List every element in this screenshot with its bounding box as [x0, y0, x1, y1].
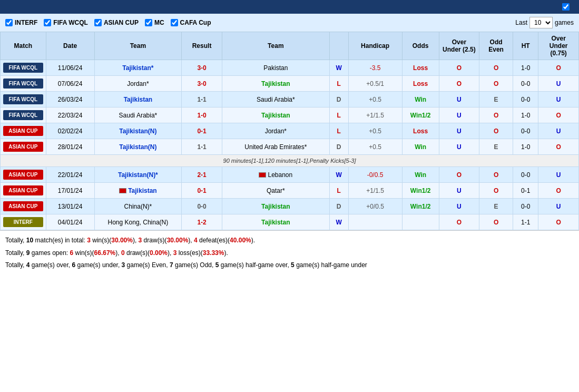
filter-asian-cup-checkbox[interactable]	[94, 19, 102, 26]
result-cell: 0-0	[182, 199, 222, 214]
last-label: Last	[515, 19, 527, 26]
games-label: games	[555, 19, 574, 26]
filter-interf-checkbox[interactable]	[5, 19, 13, 26]
team2-cell: Tajikistan	[222, 107, 329, 123]
hw-value: L	[337, 128, 341, 135]
handicap-cell: +0.5	[348, 123, 402, 139]
handicap-cell: +0/0.5	[348, 199, 402, 214]
ou25-cell: O	[439, 167, 479, 183]
team1-name: Tajikistan(N)	[119, 143, 156, 151]
oe-cell: O	[479, 76, 513, 92]
handicap-value: +0.5	[369, 128, 381, 135]
handicap-value: +0.5/1	[366, 80, 384, 87]
oe-value: E	[494, 96, 498, 103]
odds-cell: Loss	[402, 123, 439, 139]
ht-cell: 1-0	[513, 139, 538, 155]
oe-cell: O	[479, 183, 513, 199]
date-cell: 13/01/24	[46, 199, 94, 214]
team2-name: Tajikistan	[261, 203, 290, 210]
table-row: ASIAN CUP02/02/24Tajikistan(N)0-1Jordan*…	[1, 123, 579, 139]
summary-section: Totally, 10 match(es) in total: 3 win(s)…	[0, 230, 579, 277]
team1-cell: Tajikistan	[94, 183, 182, 199]
odds-cell: Loss	[402, 76, 439, 92]
table-row: FIFA WCQL26/03/24Tajikistan1-1Saudi Arab…	[1, 92, 579, 107]
result-value: 3-0	[197, 80, 206, 87]
filter-fifa-wcql-checkbox[interactable]	[44, 19, 51, 26]
ht-cell: 1-0	[513, 60, 538, 76]
ht-cell: 0-0	[513, 199, 538, 214]
oe-value: O	[494, 64, 498, 72]
table-row: INTERF04/01/24Hong Kong, China(N)1-2Taji…	[1, 214, 579, 230]
team2-name: Lebanon	[268, 171, 292, 179]
table-row: FIFA WCQL11/06/24Tajikistan*3-0PakistanW…	[1, 60, 579, 76]
handicap-value: +1/1.5	[366, 187, 384, 194]
odds-value: Win1/2	[410, 112, 431, 119]
ou075-cell: O	[538, 107, 579, 123]
match-type-cell: ASIAN CUP	[1, 123, 46, 139]
hw-value: D	[337, 203, 341, 210]
match-type-cell: FIFA WCQL	[1, 76, 46, 92]
ht-cell: 1-0	[513, 107, 538, 123]
hw-cell: W	[329, 60, 348, 76]
team1-name: Tajikistan(N)*	[118, 171, 158, 179]
result-value: 1-0	[197, 112, 206, 119]
handicap-cell: +0.5/1	[348, 76, 402, 92]
team2-cell: Tajikistan	[222, 214, 329, 230]
odds-value: Loss	[413, 80, 428, 87]
result-cell: 1-1	[182, 139, 222, 155]
match-label: ASIAN CUP	[3, 185, 43, 195]
table-row: FIFA WCQL22/03/24Saudi Arabia*1-0Tajikis…	[1, 107, 579, 123]
hw-value: D	[337, 143, 341, 151]
date-cell: 02/02/24	[46, 123, 94, 139]
team1-name: Tajikistan(N)	[119, 128, 156, 135]
match-label: FIFA WCQL	[3, 79, 43, 89]
display-notes-checkbox[interactable]	[562, 3, 570, 11]
match-label: ASIAN CUP	[3, 126, 43, 136]
table-row: ASIAN CUP22/01/24Tajikistan(N)*2-1Lebano…	[1, 167, 579, 183]
flag-icon	[259, 172, 266, 178]
team1-cell: Saudi Arabia*	[94, 107, 182, 123]
result-cell: 0-1	[182, 183, 222, 199]
result-value: 0-1	[197, 187, 206, 194]
date-cell: 26/03/24	[46, 92, 94, 107]
ou25-cell: O	[439, 60, 479, 76]
odds-cell: Win	[402, 139, 439, 155]
match-type-cell: ASIAN CUP	[1, 183, 46, 199]
match-type-cell: FIFA WCQL	[1, 92, 46, 107]
oe-cell: E	[479, 92, 513, 107]
handicap-cell	[348, 214, 402, 230]
odds-value: Loss	[413, 64, 428, 72]
ou075-cell: O	[538, 183, 579, 199]
ou075-value: U	[556, 171, 561, 179]
table-row: ASIAN CUP13/01/24China(N)*0-0TajikistanD…	[1, 199, 579, 214]
team1-name: Tajikistan	[128, 187, 156, 194]
result-cell: 1-0	[182, 107, 222, 123]
ht-cell: 0-0	[513, 92, 538, 107]
ou075-cell: U	[538, 167, 579, 183]
odds-cell	[402, 214, 439, 230]
date-cell: 07/06/24	[46, 76, 94, 92]
team2-name: Saudi Arabia*	[257, 96, 295, 103]
oe-cell: O	[479, 107, 513, 123]
match-type-cell: ASIAN CUP	[1, 167, 46, 183]
team1-name: Saudi Arabia*	[119, 112, 158, 119]
hw-value: L	[337, 187, 341, 194]
ou075-value: O	[556, 143, 561, 151]
filter-cafa-cup: CAFA Cup	[171, 19, 211, 26]
table-row: FIFA WCQL07/06/24Jordan*3-0TajikistanL+0…	[1, 76, 579, 92]
last-games-select[interactable]: 5 10 15 20 All	[529, 17, 553, 28]
ou075-cell: U	[538, 199, 579, 214]
team1-name: China(N)*	[124, 203, 152, 210]
team1-name: Tajikistan*	[122, 64, 153, 72]
team2-cell: Lebanon	[222, 167, 329, 183]
ou25-cell: O	[439, 214, 479, 230]
filter-cafa-cup-checkbox[interactable]	[171, 19, 178, 26]
last-games-control: Last 5 10 15 20 All games	[515, 17, 574, 28]
filter-mc-checkbox[interactable]	[145, 19, 152, 26]
ou075-value: U	[556, 203, 561, 210]
team1-cell: China(N)*	[94, 199, 182, 214]
header-ht: HT	[513, 32, 538, 60]
filter-fifa-wcql-label: FIFA WCQL	[53, 19, 88, 26]
header-odds: Odds	[402, 32, 439, 60]
ou25-cell: U	[439, 139, 479, 155]
